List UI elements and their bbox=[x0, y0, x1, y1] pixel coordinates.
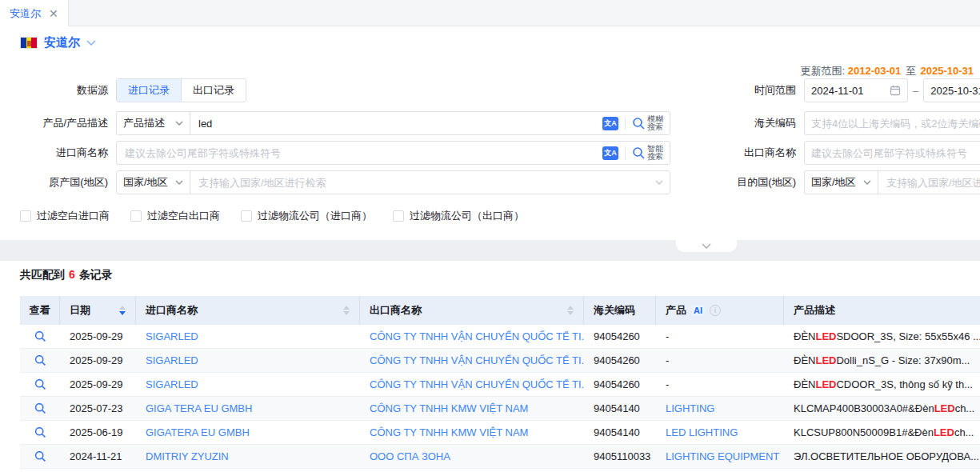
cell-exporter-link[interactable]: CÔNG TY TNHH VẬN CHUYỂN QUỐC TẾ TI... bbox=[360, 349, 584, 372]
cell-date: 2025-09-29 bbox=[60, 373, 136, 396]
tab-import-records[interactable]: 进口记录 bbox=[117, 79, 181, 102]
cell-exporter-link[interactable]: CÔNG TY TNHH VẬN CHUYỂN QUỐC TẾ TI... bbox=[360, 325, 584, 348]
cell-product: - bbox=[656, 349, 784, 372]
checkbox-icon[interactable] bbox=[393, 210, 404, 222]
cell-product[interactable]: LIGHTING EQUIPMENT bbox=[656, 445, 784, 468]
product-type-select[interactable]: 产品描述 bbox=[117, 112, 190, 134]
importer-input-tools: 文A 智能搜索 bbox=[602, 145, 670, 161]
origin-country-input[interactable] bbox=[190, 171, 655, 194]
cell-product: - bbox=[656, 373, 784, 396]
date-from-value[interactable] bbox=[811, 85, 885, 97]
update-range-label: 更新范围: bbox=[801, 65, 846, 77]
table-row: 2025-07-23 GIGA TERA EU GMBH CÔNG TY TNH… bbox=[20, 397, 980, 421]
results-summary: 共匹配到 6 条记录 bbox=[20, 268, 113, 282]
chevron-down-icon bbox=[702, 243, 711, 249]
cell-date: 2025-09-29 bbox=[60, 349, 136, 372]
cell-importer-link[interactable]: SIGARLED bbox=[136, 349, 360, 372]
fuzzy-search-label: 模糊搜索 bbox=[647, 115, 663, 131]
tab-andorra[interactable]: 安道尔 ✕ bbox=[0, 0, 69, 26]
cell-description: KLCSUP800N50009B1#&Đèn LED ch... bbox=[784, 421, 980, 444]
cell-importer-link[interactable]: SIGARLED bbox=[136, 373, 360, 396]
view-record-button[interactable] bbox=[31, 400, 49, 418]
view-record-button[interactable] bbox=[31, 424, 49, 442]
summary-prefix: 共匹配到 bbox=[20, 268, 65, 282]
sort-icon-date[interactable] bbox=[119, 306, 126, 315]
cell-importer-link[interactable]: GIGA TERA EU GMBH bbox=[136, 397, 360, 420]
view-record-button[interactable] bbox=[31, 328, 49, 346]
cell-date: 2025-09-29 bbox=[60, 325, 136, 348]
app-window: 安道尔 ✕ 安道尔 更新范围: 2012-03-01 至 2025-10-31 … bbox=[0, 0, 980, 472]
table-body: 2025-09-29 SIGARLED CÔNG TY TNHH VẬN CHU… bbox=[20, 325, 980, 469]
destination-country-input[interactable] bbox=[878, 171, 980, 194]
col-view: 查看 bbox=[20, 296, 60, 325]
translate-icon[interactable]: 文A bbox=[602, 117, 618, 130]
cell-description: KLCMAP400B30003A0#&Đèn LED ch... bbox=[784, 397, 980, 420]
cell-hs-code: 94054260 bbox=[584, 349, 656, 372]
sort-icon-exporter[interactable] bbox=[567, 306, 574, 315]
cell-exporter-link[interactable]: CÔNG TY TNHH KMW VIỆT NAM bbox=[360, 397, 584, 420]
data-source-label: 数据源 bbox=[20, 83, 108, 98]
chevron-down-icon bbox=[86, 40, 96, 46]
filter-logistics-importer[interactable]: 过滤物流公司（进口商） bbox=[241, 209, 372, 223]
tab-export-records[interactable]: 出口记录 bbox=[181, 79, 246, 102]
cell-exporter-link[interactable]: ООО СПА ЗОНА bbox=[360, 445, 584, 468]
col-exporter[interactable]: 出口商名称 bbox=[360, 296, 584, 325]
destination-type-select[interactable]: 国家/地区 bbox=[805, 171, 878, 194]
date-from-input[interactable] bbox=[804, 78, 908, 102]
view-record-button[interactable] bbox=[31, 376, 49, 394]
calendar-icon bbox=[890, 85, 901, 96]
cell-importer-link[interactable]: GIGATERA EU GMBH bbox=[136, 421, 360, 444]
chevron-down-icon bbox=[863, 180, 871, 185]
info-icon[interactable]: i bbox=[710, 305, 721, 316]
collapse-panel-button[interactable] bbox=[676, 240, 737, 252]
table-row: 2025-09-29 SIGARLED CÔNG TY TNHH VẬN CHU… bbox=[20, 373, 980, 397]
product-input-tools: 文A 模糊搜索 bbox=[602, 115, 670, 131]
cell-exporter-link[interactable]: CÔNG TY TNHH VẬN CHUYỂN QUỐC TẾ TI... bbox=[360, 373, 584, 396]
col-hs-code: 海关编码 bbox=[584, 296, 656, 325]
checkbox-icon[interactable] bbox=[20, 210, 31, 222]
view-record-button[interactable] bbox=[31, 352, 49, 370]
translate-icon[interactable]: 文A bbox=[602, 146, 618, 160]
view-record-button[interactable] bbox=[31, 448, 49, 466]
fuzzy-search-button[interactable]: 模糊搜索 bbox=[632, 115, 663, 131]
exporter-input[interactable] bbox=[811, 147, 980, 159]
sort-icon-importer[interactable] bbox=[343, 306, 350, 315]
country-header[interactable]: 安道尔 bbox=[20, 35, 96, 50]
divider bbox=[625, 146, 626, 159]
close-icon[interactable]: ✕ bbox=[49, 8, 58, 19]
cell-importer-link[interactable]: SIGARLED bbox=[136, 325, 360, 348]
hs-code-input[interactable] bbox=[811, 118, 980, 130]
cell-description: ĐÈN LED CDOOR_3S, thông số kỹ th... bbox=[784, 373, 980, 396]
importer-search-group: 文A 智能搜索 bbox=[116, 141, 670, 165]
chevron-down-icon[interactable] bbox=[655, 180, 663, 185]
cell-product[interactable]: LIGHTING bbox=[656, 397, 784, 420]
cell-exporter-link[interactable]: CÔNG TY TNHH KMW VIỆT NAM bbox=[360, 421, 584, 444]
col-importer[interactable]: 进口商名称 bbox=[136, 296, 360, 325]
cell-view bbox=[20, 445, 60, 468]
cell-view bbox=[20, 373, 60, 396]
magnifier-icon bbox=[34, 378, 46, 390]
time-range-row: 时间范围 – bbox=[704, 78, 980, 102]
col-date[interactable]: 日期 bbox=[60, 296, 136, 325]
product-keyword-input[interactable] bbox=[190, 112, 602, 134]
checkbox-icon[interactable] bbox=[130, 210, 142, 222]
product-label: 产品/产品描述 bbox=[20, 116, 108, 130]
smart-search-button[interactable]: 智能搜索 bbox=[632, 145, 663, 161]
product-row: 产品/产品描述 产品描述 文A 模糊搜索 bbox=[20, 111, 670, 135]
date-to-value[interactable] bbox=[930, 85, 980, 97]
checkbox-label: 过滤空白进口商 bbox=[37, 209, 110, 223]
importer-input[interactable] bbox=[117, 142, 602, 164]
tab-title: 安道尔 bbox=[10, 6, 41, 21]
checkbox-icon[interactable] bbox=[241, 210, 252, 222]
filter-logistics-exporter[interactable]: 过滤物流公司（出口商） bbox=[393, 209, 524, 223]
cell-product[interactable]: LED LIGHTING bbox=[656, 421, 784, 444]
origin-type-select[interactable]: 国家/地区 bbox=[117, 171, 190, 194]
table-row: 2024-11-21 DMITRIY ZYUZIN ООО СПА ЗОНА 9… bbox=[20, 445, 980, 469]
cell-importer-link[interactable]: DMITRIY ZYUZIN bbox=[136, 445, 360, 468]
date-to-input[interactable] bbox=[923, 78, 980, 102]
exporter-input-box[interactable] bbox=[804, 141, 980, 165]
filter-blank-exporter[interactable]: 过滤空白出口商 bbox=[130, 209, 220, 223]
filter-blank-importer[interactable]: 过滤空白进口商 bbox=[20, 209, 110, 223]
hs-code-input-box[interactable] bbox=[804, 111, 980, 135]
magnifier-icon bbox=[34, 402, 46, 414]
